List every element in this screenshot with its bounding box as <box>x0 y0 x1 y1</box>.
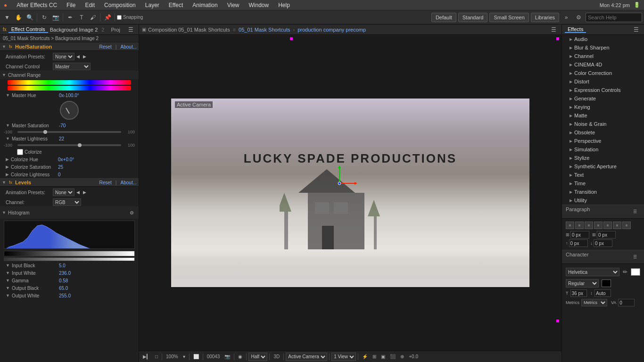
menu-view[interactable]: View <box>225 2 241 8</box>
panel-tab-project[interactable]: Proj <box>108 27 123 33</box>
workspace-libraries[interactable]: Libraries <box>531 13 559 22</box>
effect-cinema4d[interactable]: CINEMA 4D <box>562 60 644 69</box>
effects-tab[interactable]: Effects <box>565 26 586 33</box>
master-sat-expand[interactable]: ▼ <box>6 123 10 128</box>
vtb-quality-dropdown[interactable]: Half <box>248 353 267 361</box>
align-left-btn[interactable]: ≡ <box>566 222 574 229</box>
effect-keying[interactable]: Keying <box>562 103 644 111</box>
menu-edit[interactable]: Edit <box>83 2 97 8</box>
snapping-checkbox[interactable] <box>117 15 122 20</box>
text-tool[interactable]: T <box>76 12 87 23</box>
effect-audio[interactable]: Audio <box>562 35 644 43</box>
menu-layer[interactable]: Layer <box>143 2 161 8</box>
indent-right-input[interactable] <box>597 231 616 239</box>
vtb-always-preview[interactable]: ▶▎ <box>141 352 152 362</box>
hs-anim-presets-dropdown[interactable]: None <box>53 53 74 60</box>
master-hue-expand[interactable]: ▼ <box>6 93 10 98</box>
effect-perspective[interactable]: Perspective <box>562 137 644 145</box>
master-lightness-track[interactable] <box>17 144 121 146</box>
panel-tab-effect-controls[interactable]: Effect Controls <box>8 26 48 33</box>
vtb-views-dropdown[interactable]: 1 View <box>331 353 356 361</box>
menu-animation[interactable]: Animation <box>190 2 219 8</box>
select-tool[interactable]: ▼ <box>2 12 12 23</box>
comp-name-link[interactable]: 05_01 Mask Shortcuts <box>239 27 290 33</box>
paragraph-menu-btn[interactable]: ☰ <box>630 206 640 217</box>
levels-presets-prev[interactable]: ◀ <box>74 187 81 197</box>
hand-tool[interactable]: ✋ <box>13 12 24 23</box>
master-saturation-value[interactable]: -70 <box>59 123 66 128</box>
colorize-saturation-value[interactable]: 25 <box>58 165 63 170</box>
levels-about[interactable]: About... <box>121 180 137 185</box>
viewer[interactable]: LUCKY SPADE PRODUCTIONS <box>139 35 561 351</box>
input-black-expand[interactable]: ▼ <box>6 263 10 268</box>
levels-reset[interactable]: Reset <box>99 180 112 185</box>
effect-time[interactable]: Time <box>562 179 644 188</box>
master-hue-value[interactable]: 0x-100.0° <box>59 93 79 98</box>
output-white-expand[interactable]: ▼ <box>6 293 10 298</box>
character-menu-btn[interactable]: ☰ <box>630 252 640 262</box>
align-justify-center-btn[interactable]: ≡ <box>603 222 612 229</box>
hs-expand-icon[interactable]: ▼ <box>2 44 6 49</box>
histogram-expand[interactable]: ▼ <box>2 210 6 215</box>
vtb-draft[interactable]: ◉ <box>236 352 244 362</box>
panel-menu-btn[interactable]: ☰ <box>125 25 136 35</box>
vtb-render-btn[interactable]: ⚡ <box>360 352 370 362</box>
vtb-camera-dropdown[interactable]: Active Camera <box>286 353 327 361</box>
hs-about[interactable]: About... <box>121 44 137 49</box>
master-lightness-value[interactable]: 22 <box>59 136 64 141</box>
effect-simulation[interactable]: Simulation <box>562 145 644 154</box>
effect-channel[interactable]: Channel <box>562 52 644 60</box>
hs-channel-range-expand[interactable]: ▼ <box>2 73 6 77</box>
output-black-value[interactable]: 65.0 <box>59 286 68 291</box>
input-black-value[interactable]: 5.0 <box>59 263 66 268</box>
align-justify-right-btn[interactable]: ≡ <box>613 222 621 229</box>
comp-breadcrumb-link[interactable]: production company precomp <box>297 27 366 33</box>
workspace-standard[interactable]: Standard <box>458 13 488 22</box>
indent-left-input[interactable] <box>570 231 589 239</box>
effect-transition[interactable]: Transition <box>562 188 644 196</box>
vtb-resolution[interactable]: □ <box>153 352 160 362</box>
space-before-input[interactable] <box>569 239 588 247</box>
effect-blur-sharpen[interactable]: Blur & Sharpen <box>562 43 644 52</box>
input-white-value[interactable]: 236.0 <box>59 271 71 276</box>
hue-dial[interactable] <box>60 101 79 120</box>
effect-stylize[interactable]: Stylize <box>562 154 644 162</box>
vtb-transparency-btn[interactable]: ⬛ <box>388 352 397 362</box>
menu-effect[interactable]: Effect <box>167 2 185 8</box>
vtb-snap-btn[interactable]: ⊕ <box>398 352 406 362</box>
space-after-input[interactable] <box>594 239 612 247</box>
font-family-select[interactable]: Helvetica <box>566 268 619 276</box>
colorize-light-expand[interactable]: ▶ <box>6 172 9 177</box>
hs-presets-prev[interactable]: ◀ <box>74 51 81 62</box>
zoom-tool[interactable]: 🔍 <box>25 12 35 23</box>
effect-noise-grain[interactable]: Noise & Grain <box>562 120 644 128</box>
colorize-hue-expand[interactable]: ▶ <box>6 157 9 162</box>
vtb-safe-btn[interactable]: ▣ <box>379 352 387 362</box>
input-white-expand[interactable]: ▼ <box>6 271 10 275</box>
menu-window[interactable]: Window <box>247 2 271 8</box>
hs-reset[interactable]: Reset <box>99 44 112 49</box>
colorize-lightness-value[interactable]: 0 <box>58 172 61 177</box>
rotate-tool[interactable]: ↻ <box>39 12 50 23</box>
menu-file[interactable]: File <box>65 2 77 8</box>
workspace-small[interactable]: Small Screen <box>489 13 528 22</box>
colorize-sat-expand[interactable]: ▶ <box>6 165 9 169</box>
effect-utility[interactable]: Utility <box>562 196 644 205</box>
master-saturation-track[interactable] <box>17 131 121 133</box>
font-color-picker[interactable]: ✏ <box>620 267 630 277</box>
font-style-select[interactable]: Regular <box>566 279 599 288</box>
vtb-grid-btn[interactable]: ⊞ <box>371 352 378 362</box>
effect-obsolete[interactable]: Obsolete <box>562 128 644 137</box>
align-right-btn[interactable]: ≡ <box>585 222 593 229</box>
master-saturation-thumb[interactable] <box>43 130 47 134</box>
align-center-btn[interactable]: ≡ <box>575 222 584 229</box>
metrics-select[interactable]: Metrics <box>581 299 607 306</box>
menu-composition[interactable]: Composition <box>102 2 138 8</box>
levels-presets-next[interactable]: ▶ <box>81 187 88 197</box>
levels-expand-icon[interactable]: ▼ <box>2 180 6 185</box>
vtb-capture[interactable]: 📷 <box>223 352 232 362</box>
line-height-input[interactable] <box>594 289 611 297</box>
effect-distort[interactable]: Distort <box>562 77 644 86</box>
pen-tool[interactable]: ✒ <box>65 12 75 23</box>
master-light-expand[interactable]: ▼ <box>6 136 10 141</box>
